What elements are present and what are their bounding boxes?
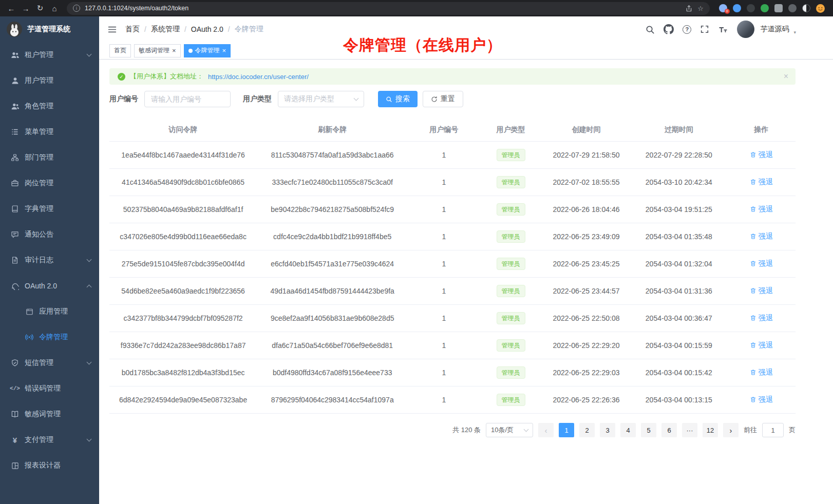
role-icon bbox=[10, 102, 20, 111]
user-avatar[interactable] bbox=[737, 21, 754, 38]
chevron-down-icon bbox=[87, 257, 92, 262]
sidebar-item-oauth2[interactable]: OAuth 2.0 bbox=[0, 273, 99, 299]
force-logout-button[interactable]: 强退 bbox=[750, 178, 773, 187]
extension-icon-green[interactable] bbox=[761, 4, 769, 12]
book-icon bbox=[10, 204, 20, 214]
col-expires: 过期时间 bbox=[631, 119, 727, 142]
share-icon[interactable] bbox=[685, 5, 693, 12]
page-button-4[interactable]: 4 bbox=[620, 423, 636, 437]
github-icon[interactable] bbox=[664, 24, 674, 34]
force-logout-button[interactable]: 强退 bbox=[750, 259, 773, 268]
tab-sensitive-word[interactable]: 敏感词管理 × bbox=[134, 44, 181, 57]
close-icon[interactable]: × bbox=[172, 47, 176, 54]
sidebar-item-sensitive-word[interactable]: 敏感词管理 bbox=[0, 401, 99, 427]
next-page-button[interactable]: › bbox=[723, 423, 739, 437]
extension-icon-dark[interactable] bbox=[747, 4, 755, 12]
sidebar-item-user[interactable]: 用户管理 bbox=[0, 68, 99, 93]
extension-icon-gray[interactable] bbox=[788, 4, 797, 12]
extension-icon-blue[interactable]: 0 bbox=[719, 4, 727, 12]
refresh-icon bbox=[431, 96, 438, 103]
extensions-puzzle-icon[interactable] bbox=[774, 4, 783, 12]
page-button-5[interactable]: 5 bbox=[641, 423, 656, 437]
sidebar-item-payment[interactable]: ¥ 支付管理 bbox=[0, 427, 99, 453]
sidebar-item-notice[interactable]: 通知公告 bbox=[0, 222, 99, 247]
breadcrumb-system[interactable]: 系统管理 bbox=[151, 25, 180, 34]
col-actions: 操作 bbox=[727, 119, 796, 142]
page-button-1[interactable]: 1 bbox=[559, 423, 574, 437]
sidebar-item-audit-log[interactable]: 审计日志 bbox=[0, 247, 99, 273]
app-title: 芋道管理系统 bbox=[27, 25, 70, 34]
sidebar-item-token-manage[interactable]: 令牌管理 bbox=[0, 324, 99, 350]
address-bar[interactable]: i 127.0.0.1:1024/system/oauth2/token ☆ bbox=[67, 2, 710, 15]
user-type-badge: 管理员 bbox=[497, 312, 525, 324]
delete-icon bbox=[750, 260, 756, 267]
sidebar-item-report-designer[interactable]: 报表设计器 bbox=[0, 453, 99, 478]
menu-list-icon bbox=[10, 127, 20, 137]
force-logout-button[interactable]: 强退 bbox=[750, 395, 773, 404]
sidebar-item-menu[interactable]: 菜单管理 bbox=[0, 119, 99, 145]
alert-close-icon[interactable]: × bbox=[784, 72, 788, 81]
site-info-icon[interactable]: i bbox=[73, 5, 80, 12]
close-icon[interactable]: × bbox=[222, 47, 226, 54]
extension-icon-drop[interactable] bbox=[733, 4, 741, 12]
app-logo[interactable]: 芋道管理系统 bbox=[0, 16, 99, 42]
page-button-12[interactable]: 12 bbox=[703, 423, 718, 437]
hamburger-icon[interactable] bbox=[107, 25, 117, 34]
document-icon bbox=[10, 256, 20, 265]
page-button-3[interactable]: 3 bbox=[600, 423, 615, 437]
extension-icon-contrast[interactable] bbox=[802, 4, 810, 12]
browser-back-button[interactable]: ← bbox=[5, 2, 17, 14]
delete-icon bbox=[750, 206, 756, 212]
goto-page-input[interactable] bbox=[762, 423, 784, 437]
browser-forward-button[interactable]: → bbox=[20, 2, 32, 14]
breadcrumb-oauth2[interactable]: OAuth 2.0 bbox=[191, 25, 223, 33]
username[interactable]: 芋道源码 bbox=[760, 25, 789, 34]
force-logout-button[interactable]: 强退 bbox=[750, 232, 773, 241]
browser-reload-button[interactable]: ↻ bbox=[34, 2, 46, 14]
reset-button[interactable]: 重置 bbox=[423, 91, 463, 107]
fullscreen-icon[interactable] bbox=[700, 25, 709, 34]
sidebar-item-tenant[interactable]: 租户管理 bbox=[0, 42, 99, 68]
user-type-select[interactable]: 请选择用户类型 bbox=[278, 91, 364, 107]
force-logout-button[interactable]: 强退 bbox=[750, 314, 773, 323]
force-logout-button[interactable]: 强退 bbox=[750, 205, 773, 214]
user-id-input[interactable] bbox=[144, 91, 231, 107]
sidebar-item-app-manage[interactable]: 应用管理 bbox=[0, 299, 99, 324]
page-more-button[interactable]: ··· bbox=[682, 423, 697, 437]
sidebar-item-post[interactable]: 岗位管理 bbox=[0, 170, 99, 196]
search-icon[interactable] bbox=[645, 25, 655, 34]
browser-extensions-area: 0 bbox=[716, 4, 828, 13]
sidebar-item-error-code[interactable]: </> 错误码管理 bbox=[0, 376, 99, 401]
page-size-select[interactable]: 10条/页 bbox=[486, 423, 533, 437]
force-logout-button[interactable]: 强退 bbox=[750, 341, 773, 350]
user-type-badge: 管理员 bbox=[497, 230, 525, 243]
screen: ← → ↻ ⌂ i 127.0.0.1:1024/system/oauth2/t… bbox=[0, 0, 833, 504]
user-id-label: 用户编号 bbox=[109, 94, 138, 104]
sidebar-item-sms[interactable]: 短信管理 bbox=[0, 350, 99, 376]
sidebar-item-department[interactable]: 部门管理 bbox=[0, 145, 99, 170]
page-button-6[interactable]: 6 bbox=[661, 423, 677, 437]
page-button-2[interactable]: 2 bbox=[579, 423, 595, 437]
breadcrumb-home[interactable]: 首页 bbox=[125, 25, 140, 34]
browser-home-button[interactable]: ⌂ bbox=[48, 2, 61, 14]
goto-label: 前往 bbox=[744, 425, 757, 435]
force-logout-button[interactable]: 强退 bbox=[750, 286, 773, 296]
prev-page-button[interactable]: ‹ bbox=[538, 423, 554, 437]
doc-link[interactable]: https://doc.iocoder.cn/user-center/ bbox=[208, 73, 309, 81]
user-type-badge: 管理员 bbox=[497, 285, 525, 297]
search-button[interactable]: 搜索 bbox=[378, 91, 418, 107]
profile-avatar-icon[interactable] bbox=[816, 4, 825, 13]
col-refresh-token: 刷新令牌 bbox=[257, 119, 408, 142]
shield-check-icon bbox=[10, 358, 20, 367]
force-logout-button[interactable]: 强退 bbox=[750, 150, 773, 160]
tab-home[interactable]: 首页 bbox=[109, 44, 131, 57]
force-logout-button[interactable]: 强退 bbox=[750, 368, 773, 377]
font-size-icon[interactable] bbox=[718, 24, 728, 34]
sidebar-item-dict[interactable]: 字典管理 bbox=[0, 196, 99, 222]
tab-token-manage[interactable]: 令牌管理 × bbox=[184, 44, 231, 57]
sidebar-item-role[interactable]: 角色管理 bbox=[0, 93, 99, 119]
help-icon[interactable]: ? bbox=[683, 25, 691, 34]
bookmark-star-icon[interactable]: ☆ bbox=[697, 5, 704, 12]
open-book-icon bbox=[10, 410, 20, 419]
tenant-icon bbox=[10, 50, 20, 60]
